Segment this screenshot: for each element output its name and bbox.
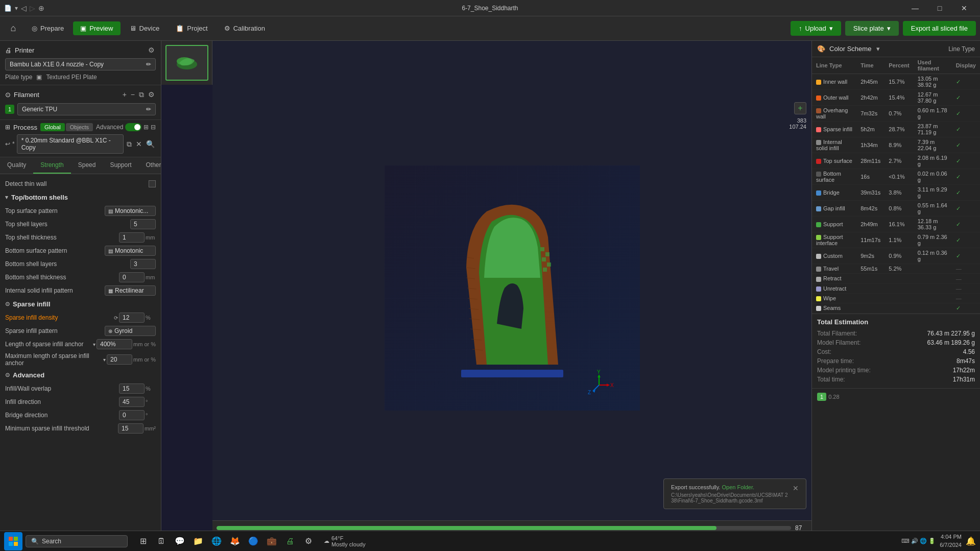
settings-scroll[interactable]: Detect thin wall ▾ Top/bottom shells Top… — [0, 174, 161, 535]
system-tray-icons[interactable]: ⌨ 🔊 🌐 🔋 — [901, 538, 936, 544]
thumbnail-1[interactable] — [165, 45, 208, 81]
profile-dropdown[interactable]: * 0.20mm Standard @BBL X1C - Copy — [17, 134, 124, 154]
minimize-btn[interactable]: — — [903, 0, 927, 16]
tab-strength[interactable]: Strength — [33, 157, 70, 174]
process-tab-global[interactable]: Global — [40, 123, 65, 131]
filament-add-btn[interactable]: + — [122, 89, 128, 100]
preview-btn[interactable]: ▣ Preview — [73, 21, 120, 35]
teams-btn[interactable]: 💼 — [264, 533, 280, 549]
filament-remove-btn[interactable]: − — [130, 89, 136, 100]
upload-dropdown-icon[interactable]: ▾ — [829, 25, 833, 32]
profile-delete-icon[interactable]: ✕ — [135, 139, 143, 149]
3d-viewport[interactable]: X Y Z 383 107.24 + — [212, 41, 811, 535]
widgets-btn[interactable]: 🗓 — [153, 533, 170, 549]
sparse-infill-group[interactable]: ⊙ Sparse infill — [0, 297, 161, 311]
color-row-display[interactable]: ✓ — [952, 232, 980, 248]
tab-quality[interactable]: Quality — [0, 157, 33, 174]
more-btn[interactable]: ⊕ — [38, 4, 44, 12]
color-row-display[interactable]: ✓ — [952, 106, 980, 122]
center-view[interactable]: X Y Z 383 107.24 + 87 — [161, 41, 811, 535]
upload-btn[interactable]: ↑ Upload ▾ — [791, 21, 841, 36]
color-row-display[interactable]: ✓ — [952, 153, 980, 169]
firefox-btn[interactable]: 🦊 — [227, 533, 243, 549]
notifications-btn[interactable]: 🔔 — [966, 536, 976, 546]
chat-btn[interactable]: 💬 — [172, 533, 188, 549]
filter-icon[interactable]: ⊟ — [151, 124, 156, 131]
color-row-display[interactable]: ✓ — [952, 90, 980, 106]
tab-speed[interactable]: Speed — [71, 157, 103, 174]
edge-btn[interactable]: 🌐 — [208, 533, 225, 549]
weather-widget[interactable]: ☁ 64°F Mostly cloudy — [320, 533, 370, 549]
export-btn[interactable]: Export all sliced file — [903, 21, 976, 36]
maximize-btn[interactable]: □ — [928, 0, 951, 16]
color-row-display[interactable]: — — [952, 283, 980, 293]
filament-edit-icon[interactable]: ✏ — [146, 106, 151, 113]
color-row-display[interactable]: ✓ — [952, 169, 980, 185]
advanced-switch[interactable] — [125, 123, 141, 131]
infill-wall-overlap-input[interactable] — [119, 384, 145, 394]
dropdown-icon[interactable]: ▾ — [15, 5, 18, 12]
toast-close-btn[interactable]: ✕ — [793, 484, 799, 492]
max-anchor-dropdown-icon[interactable]: ▾ — [103, 357, 106, 363]
length-sparse-anchor-input[interactable] — [97, 339, 132, 349]
color-row-display[interactable]: — — [952, 293, 980, 303]
chrome-btn[interactable]: 🔵 — [245, 533, 261, 549]
color-row-display[interactable]: ✓ — [952, 201, 980, 217]
slice-btn[interactable]: Slice plate ▾ — [845, 21, 899, 36]
color-row-display[interactable]: ✓ — [952, 217, 980, 232]
zoom-add-icon[interactable]: + — [794, 102, 806, 114]
progress-track[interactable] — [217, 526, 791, 530]
back-btn[interactable]: ◁ — [21, 4, 27, 12]
bottom-shell-layers-input[interactable] — [130, 259, 156, 269]
grid-icon[interactable]: ⊞ — [144, 124, 149, 131]
printer-name-field[interactable]: Bambu Lab X1E 0.4 nozzle - Copy ✏ — [5, 58, 156, 70]
slice-dropdown-icon[interactable]: ▾ — [887, 25, 891, 32]
internal-solid-infill-select[interactable]: ▦ Rectilinear — [105, 285, 156, 296]
bridge-direction-input[interactable] — [119, 410, 145, 420]
printer-edit-icon[interactable]: ✏ — [146, 61, 151, 68]
bambu-app-btn[interactable]: 🖨 — [282, 533, 298, 549]
add-layer-btn[interactable]: + — [794, 102, 806, 114]
toast-open-folder-link[interactable]: Open Folder. — [722, 484, 754, 490]
color-row-display[interactable]: ✓ — [952, 303, 980, 313]
top-surface-pattern-select[interactable]: ▤ Monotonic... — [105, 206, 156, 216]
color-row-display[interactable]: — — [952, 274, 980, 283]
sparse-infill-density-input[interactable] — [119, 313, 145, 323]
top-shell-layers-input[interactable] — [130, 219, 156, 229]
file-icon[interactable]: 📄 — [4, 5, 12, 12]
infill-direction-input[interactable] — [119, 397, 145, 407]
printer-settings-btn[interactable]: ⚙ — [147, 45, 156, 55]
taskbar-search-box[interactable]: 🔍 Search — [26, 535, 128, 547]
device-btn[interactable]: 🖥 Device — [123, 21, 167, 35]
filament-name-field[interactable]: Generic TPU ✏ — [17, 103, 156, 115]
sparse-infill-pattern-select[interactable]: ⊛ Gyroid — [105, 326, 156, 336]
task-view-btn[interactable]: ⊞ — [135, 533, 151, 549]
anchor-dropdown-icon[interactable]: ▾ — [93, 342, 95, 347]
filament-copy-btn[interactable]: ⧉ — [138, 89, 145, 100]
color-row-display[interactable]: ✓ — [952, 185, 980, 201]
bottom-shell-thickness-input[interactable] — [119, 272, 145, 282]
taskbar-clock[interactable]: 4:04 PM 6/7/2024 — [940, 533, 962, 549]
max-length-sparse-input[interactable] — [107, 354, 132, 365]
tab-others[interactable]: Others — [138, 157, 161, 174]
min-sparse-infill-input[interactable] — [118, 423, 144, 434]
process-tab-objects[interactable]: Objects — [66, 123, 93, 131]
color-scheme-dropdown-icon[interactable]: ▾ — [876, 45, 880, 53]
profile-search-icon[interactable]: 🔍 — [145, 139, 156, 149]
explorer-btn[interactable]: 📁 — [190, 533, 206, 549]
forward-btn[interactable]: ▷ — [30, 4, 35, 12]
detect-thin-wall-checkbox[interactable] — [149, 180, 156, 187]
settings-btn[interactable]: ⚙ — [300, 533, 317, 549]
calibration-btn[interactable]: ⚙ Calibration — [217, 21, 272, 35]
advanced-group[interactable]: ⊙ Advanced — [0, 368, 161, 382]
color-row-display[interactable]: ✓ — [952, 248, 980, 264]
start-btn[interactable] — [4, 532, 22, 550]
home-btn[interactable]: ⌂ — [4, 19, 22, 38]
project-btn[interactable]: 📋 Project — [169, 21, 214, 35]
top-shell-thickness-input[interactable] — [119, 232, 145, 243]
bottom-surface-pattern-select[interactable]: ▤ Monotonic — [105, 246, 156, 256]
color-row-display[interactable]: — — [952, 264, 980, 274]
prepare-btn[interactable]: ◎ Prepare — [25, 21, 71, 35]
profile-save-icon[interactable]: ⧉ — [126, 139, 133, 150]
top-bottom-shells-group[interactable]: ▾ Top/bottom shells — [0, 190, 161, 204]
